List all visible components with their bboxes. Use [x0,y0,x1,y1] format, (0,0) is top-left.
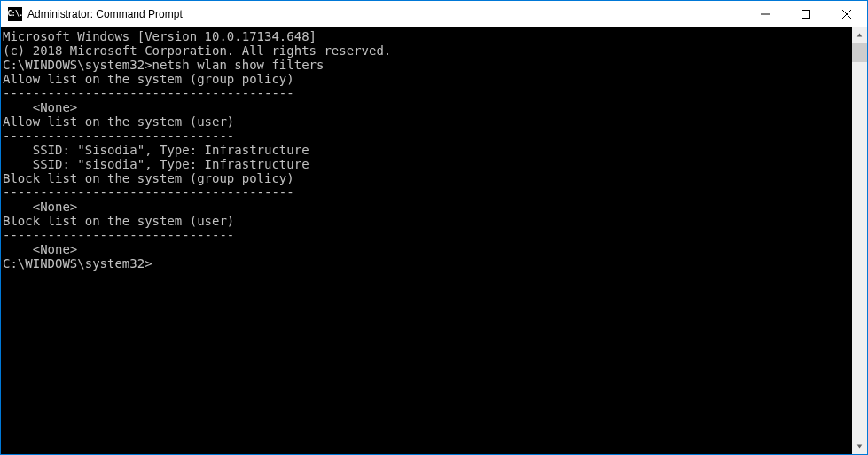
section-header: Block list on the system (group policy) [3,171,852,185]
scroll-track[interactable] [852,43,867,439]
svg-rect-1 [802,10,810,18]
list-item: <None> [3,100,852,114]
prompt-line: C:\WINDOWS\system32>netsh wlan show filt… [3,58,852,72]
cmd-icon: C:\. [8,7,22,21]
divider: ------------------------------- [3,228,852,242]
section-header: Allow list on the system (user) [3,114,852,129]
list-item: SSID: "Sisodia", Type: Infrastructure [3,143,852,157]
maximize-button[interactable] [786,1,826,27]
list-item: SSID: "sisodia", Type: Infrastructure [3,157,852,171]
minimize-button[interactable] [745,1,786,27]
divider: --------------------------------------- [3,185,852,200]
divider: ------------------------------- [3,129,852,143]
list-item: <None> [3,242,852,256]
list-item: <None> [3,200,852,214]
divider: --------------------------------------- [3,86,852,100]
section-header: Block list on the system (user) [3,214,852,228]
scroll-down-button[interactable] [852,439,867,454]
terminal-output[interactable]: Microsoft Windows [Version 10.0.17134.64… [1,27,852,454]
svg-marker-5 [857,444,863,448]
svg-marker-4 [857,33,863,36]
prompt-line: C:\WINDOWS\system32> [3,256,152,271]
close-button[interactable] [826,1,867,27]
output-line: (c) 2018 Microsoft Corporation. All righ… [3,43,852,58]
scroll-thumb[interactable] [852,43,867,62]
output-line: Microsoft Windows [Version 10.0.17134.64… [3,29,852,43]
titlebar[interactable]: C:\. Administrator: Command Prompt [1,1,867,27]
scroll-up-button[interactable] [852,27,867,43]
vertical-scrollbar[interactable] [852,27,867,454]
section-header: Allow list on the system (group policy) [3,72,852,86]
window-controls [745,1,867,27]
window-title: Administrator: Command Prompt [27,8,745,20]
